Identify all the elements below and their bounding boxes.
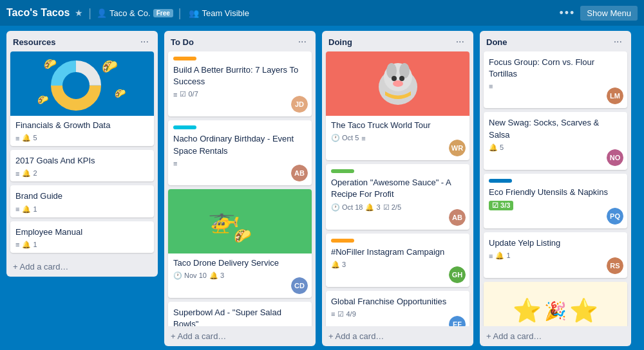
card-taco-truck[interactable]: The Taco Truck World Tour 🕐 Oct 5 ≡ WR <box>326 51 469 160</box>
avatar-awesome-sauce: AB <box>449 209 466 226</box>
card-title-awesome-sauce: Operation "Awesome Sauce" - A Recipe For… <box>331 177 464 200</box>
column-cards-resources: 🌮 🌮 🌮 🌮 Financials & Growth Data ≡ 🔔 5 2… <box>6 51 158 257</box>
badge-comments: 🔔 1 <box>495 252 510 260</box>
team-info[interactable]: 👥 Team Visible <box>189 8 249 18</box>
card-instagram[interactable]: #NoFiller Instagram Campaign 🔔 3 GH <box>326 234 469 287</box>
card-title-employee: Employee Manual <box>15 226 149 238</box>
card-cover-financials: 🌮 🌮 🌮 🌮 <box>10 51 154 116</box>
board-title[interactable]: Taco's Tacos <box>6 7 70 19</box>
column-header-done: Done ··· <box>480 31 631 51</box>
card-eco[interactable]: Eco Friendly Utensils & Napkins ☑ 3/3 PQ <box>484 174 627 228</box>
label-bar-instagram <box>331 239 354 243</box>
svg-point-13 <box>392 76 397 81</box>
workspace-info[interactable]: 👤 Taco & Co. Free <box>97 8 173 18</box>
avatar-nacho: AB <box>291 165 308 181</box>
badge-desc: ≡ <box>331 310 335 318</box>
add-card-button-done[interactable]: + Add a card… <box>480 326 631 346</box>
more-options-icon[interactable]: ••• <box>559 6 575 20</box>
label-bar-awesome <box>331 169 354 173</box>
avatar-circle: NO <box>607 149 623 166</box>
card-badges-instagram: 🔔 3 <box>331 261 464 269</box>
card-burrito[interactable]: Build A Better Burrito: 7 Layers To Succ… <box>168 51 312 116</box>
column-header-doing: Doing ··· <box>322 31 473 51</box>
workspace-badge: Free <box>153 9 173 17</box>
workspace-name: Taco & Co. <box>109 8 151 18</box>
avatar-circle: AB <box>449 209 466 226</box>
avatar-circle: AB <box>291 165 308 181</box>
card-title-focus-group: Focus Group: Corn vs. Flour Tortillas <box>489 57 622 80</box>
label-bar-nacho <box>173 125 196 129</box>
badge-date: 🕐 Nov 10 <box>173 272 207 280</box>
team-label: Team Visible <box>202 8 249 18</box>
badge-desc: ≡ <box>15 170 19 178</box>
column-menu-button-done[interactable]: ··· <box>611 36 625 48</box>
card-title-drone: Taco Drone Delivery Service <box>173 257 307 269</box>
card-grand-opening[interactable]: ⭐ 🎉 ⭐ Grand Opening Celebration 🕐 Aug 11… <box>484 282 627 326</box>
badge-desc: ≡ <box>173 160 177 167</box>
card-badges-swag: 🔔 5 <box>489 143 622 152</box>
label-bar-burrito <box>173 57 196 60</box>
badge-description: ≡ <box>15 134 19 142</box>
card-drone[interactable]: 🚁 🌮 Taco Drone Delivery Service 🕐 Nov 10… <box>168 189 312 298</box>
card-yelp[interactable]: Update Yelp Listing ≡ 🔔 1 RS <box>484 232 627 278</box>
card-nacho[interactable]: Nacho Ordinary Birthday - Event Space Re… <box>168 120 312 185</box>
show-menu-button[interactable]: Show Menu <box>580 6 638 21</box>
team-icon: 👥 <box>189 8 199 18</box>
column-menu-button-todo[interactable]: ··· <box>296 36 309 48</box>
column-menu-button[interactable]: ··· <box>138 36 151 48</box>
card-goals[interactable]: 2017 Goals And KPIs ≡ 🔔 2 <box>10 150 154 181</box>
column-cards-doing: The Taco Truck World Tour 🕐 Oct 5 ≡ WR O… <box>322 51 473 326</box>
badge-desc: ≡ <box>15 205 19 213</box>
card-brand[interactable]: Brand Guide ≡ 🔔 1 <box>10 185 154 217</box>
add-card-button-doing[interactable]: + Add a card… <box>322 326 473 346</box>
svg-text:🌮: 🌮 <box>234 227 252 244</box>
add-card-button-resources[interactable]: + Add a card… <box>6 257 158 277</box>
card-badges-focus-group: ≡ <box>489 82 622 90</box>
card-awesome-sauce[interactable]: Operation "Awesome Sauce" - A Recipe For… <box>326 164 469 229</box>
column-cards-todo: Build A Better Burrito: 7 Layers To Succ… <box>164 51 316 326</box>
avatar-circle: PQ <box>607 208 623 225</box>
card-badges-goals: ≡ 🔔 2 <box>15 169 149 178</box>
card-title-nacho: Nacho Ordinary Birthday - Event Space Re… <box>173 133 307 156</box>
avatar-yelp: RS <box>607 257 623 274</box>
column-header-todo: To Do ··· <box>164 31 316 51</box>
card-badges-yelp: ≡ 🔔 1 <box>489 252 622 260</box>
card-badges-nacho: ≡ <box>173 160 307 167</box>
svg-point-15 <box>393 80 403 87</box>
column-menu-button-doing[interactable]: ··· <box>453 36 467 48</box>
add-card-button-todo[interactable]: + Add a card… <box>164 326 316 346</box>
badge-desc: ≡ <box>361 134 365 142</box>
card-focus-group[interactable]: Focus Group: Corn vs. Flour Tortillas ≡ … <box>484 51 627 108</box>
card-badges-eco: ☑ 3/3 <box>489 201 622 210</box>
badge-comments: 🔔 3 <box>365 203 380 212</box>
badge-comments: 🔔 3 <box>331 261 346 269</box>
card-title-instagram: #NoFiller Instagram Campaign <box>331 246 464 258</box>
star-icon[interactable]: ★ <box>75 8 83 18</box>
badge-comments: 🔔 1 <box>22 241 37 249</box>
avatar-circle: RS <box>607 257 623 274</box>
card-title-superbowl: Superbowl Ad - "Super Salad Bowls" <box>173 307 307 326</box>
badge-comments: 🔔 5 <box>22 134 37 142</box>
column-title-done: Done <box>486 37 507 47</box>
card-franchise[interactable]: Global Franchise Opportunities ≡ ☑ 4/9 E… <box>326 291 469 326</box>
avatar-circle: LM <box>607 88 623 104</box>
card-title-brand: Brand Guide <box>15 190 149 202</box>
card-employee[interactable]: Employee Manual ≡ 🔔 1 <box>10 221 154 253</box>
avatar-drone: CD <box>291 277 308 294</box>
card-title-taco-truck: The Taco Truck World Tour <box>331 120 464 131</box>
card-cover-taco-truck <box>326 51 469 116</box>
avatar-instagram: GH <box>449 266 466 283</box>
column-header-resources: Resources ··· <box>6 31 158 51</box>
card-swag[interactable]: New Swag: Socks, Scarves & Salsa 🔔 5 NO <box>484 112 627 169</box>
card-superbowl[interactable]: Superbowl Ad - "Super Salad Bowls" 🕐 Dec… <box>168 302 312 326</box>
svg-text:🌮: 🌮 <box>115 88 126 99</box>
column-todo: To Do ··· Build A Better Burrito: 7 Laye… <box>164 31 316 346</box>
avatar-swag: NO <box>607 149 623 166</box>
column-title-doing: Doing <box>328 37 352 47</box>
badge-desc: ≡ <box>173 91 177 98</box>
card-financials[interactable]: 🌮 🌮 🌮 🌮 Financials & Growth Data ≡ 🔔 5 <box>10 51 154 146</box>
card-title-goals: 2017 Goals And KPIs <box>15 155 149 167</box>
card-badges-brand: ≡ 🔔 1 <box>15 205 149 214</box>
divider: | <box>88 6 91 20</box>
card-badges-drone: 🕐 Nov 10 🔔 3 <box>173 272 307 280</box>
